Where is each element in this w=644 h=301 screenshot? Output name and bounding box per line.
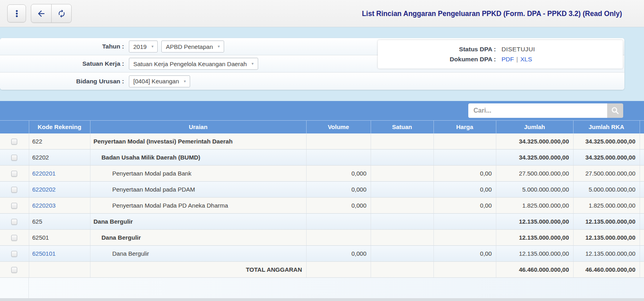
filler-cell xyxy=(640,230,644,246)
column-header-checkbox xyxy=(0,121,29,133)
checkbox-cell xyxy=(0,166,29,182)
volume-cell xyxy=(306,149,371,166)
search-input[interactable] xyxy=(468,103,607,118)
kode-rekening-cell: 62202 xyxy=(29,149,90,166)
page-title: List Rincian Anggaran Pengeluaran PPKD (… xyxy=(362,9,622,18)
filler-cell xyxy=(640,262,644,278)
jumlah-cell: 34.325.000.000,00 xyxy=(496,133,573,149)
bidang-urusan-select-value: [0404] Keuangan xyxy=(133,78,179,85)
row-checkbox[interactable] xyxy=(11,155,17,161)
back-button[interactable] xyxy=(31,4,51,22)
volume-cell: 0,000 xyxy=(306,182,371,198)
column-header-uraian: Uraian xyxy=(90,121,306,133)
harga-cell xyxy=(433,262,496,278)
column-header-filler xyxy=(640,121,644,133)
volume-cell xyxy=(306,262,371,278)
toolbar: List Rincian Anggaran Pengeluaran PPKD (… xyxy=(0,0,644,27)
table-row: 6220201Penyertaan Modal pada Bank0,0000,… xyxy=(0,166,644,182)
kode-rekening-link[interactable]: 6220202 xyxy=(32,186,56,193)
harga-cell xyxy=(433,133,496,149)
refresh-button[interactable] xyxy=(51,4,71,22)
kebab-menu-icon xyxy=(12,9,21,18)
row-checkbox[interactable] xyxy=(11,219,17,225)
satuan-kerja-select[interactable]: Satuan Kerja Pengelola Keuangan Daerah ▾ xyxy=(129,58,258,70)
jumlah-cell: 1.825.000.000,00 xyxy=(496,198,573,214)
satuan-cell xyxy=(371,133,433,149)
jumlah-rka-cell: 34.325.000.000,00 xyxy=(573,133,640,149)
filler-cell xyxy=(640,133,644,149)
kode-rekening-text: 62501 xyxy=(32,234,49,241)
row-checkbox[interactable] xyxy=(11,139,17,145)
column-header-jumlah: Jumlah xyxy=(496,121,573,133)
column-header-kode-rekening: Kode Rekening xyxy=(29,121,90,133)
table-footer-band xyxy=(0,278,644,298)
pdf-link[interactable]: PDF xyxy=(502,56,514,63)
status-card: Status DPA : DISETUJUI Dokumen DPA : PDF… xyxy=(378,40,623,69)
jumlah-cell: 5.000.000.000,00 xyxy=(496,182,573,198)
column-header-volume: Volume xyxy=(306,121,371,133)
jumlah-cell: 12.135.000.000,00 xyxy=(496,230,573,246)
column-header-harga: Harga xyxy=(433,121,496,133)
filter-row-bidang-urusan: Bidang Urusan : [0404] Keuangan ▾ xyxy=(0,73,624,90)
checkbox-cell xyxy=(0,230,29,246)
menu-button[interactable] xyxy=(7,4,26,22)
table-row: 62202Badan Usaha Milik Daerah (BUMD)34.3… xyxy=(0,149,644,166)
jumlah-rka-cell: 12.135.000.000,00 xyxy=(573,214,640,230)
uraian-cell: Penyertaan Modal pada PDAM xyxy=(90,182,306,198)
tahun-select[interactable]: 2019 ▾ xyxy=(129,40,158,53)
budget-table: Kode Rekening Uraian Volume Satuan Harga… xyxy=(0,120,644,278)
uraian-cell: Penyertaan Modal (Investasi) Pemerintah … xyxy=(90,133,306,149)
jumlah-cell: 12.135.000.000,00 xyxy=(496,246,573,262)
status-dpa-row: Status DPA : DISETUJUI xyxy=(378,46,623,53)
column-header-jumlah-rka: Jumlah RKA xyxy=(573,121,640,133)
satuan-cell xyxy=(371,198,433,214)
kode-rekening-cell: 6220201 xyxy=(29,166,90,182)
uraian-cell: Dana Bergulir xyxy=(90,214,306,230)
jumlah-rka-cell: 34.325.000.000,00 xyxy=(573,149,640,166)
bidang-urusan-select[interactable]: [0404] Keuangan ▾ xyxy=(129,75,190,87)
row-checkbox[interactable] xyxy=(11,235,17,241)
jumlah-rka-cell: 27.500.000.000,00 xyxy=(573,166,640,182)
chevron-down-icon: ▾ xyxy=(151,44,153,48)
bottom-strip xyxy=(0,298,644,301)
satuan-cell xyxy=(371,166,433,182)
periode-select[interactable]: APBD Penetapan ▾ xyxy=(161,40,224,53)
column-header-satuan: Satuan xyxy=(371,121,433,133)
kode-rekening-cell: 62501 xyxy=(29,230,90,246)
uraian-cell: Badan Usaha Milik Daerah (BUMD) xyxy=(90,149,306,166)
filter-section: Tahun : 2019 ▾ APBD Penetapan ▾ Satuan K… xyxy=(0,27,644,101)
volume-cell: 0,000 xyxy=(306,166,371,182)
uraian-cell: Dana Bergulir xyxy=(90,230,306,246)
search-button[interactable] xyxy=(607,103,623,118)
kode-rekening-cell: 625 xyxy=(29,214,90,230)
uraian-cell: TOTAL ANGGARAN xyxy=(90,262,306,278)
satuan-cell xyxy=(371,149,433,166)
xls-link[interactable]: XLS xyxy=(520,56,532,63)
checkbox-cell xyxy=(0,246,29,262)
kode-rekening-link[interactable]: 6220201 xyxy=(32,170,56,177)
kode-rekening-link[interactable]: 6220203 xyxy=(32,202,56,209)
jumlah-cell: 46.460.000.000,00 xyxy=(496,262,573,278)
dokumen-dpa-row: Dokumen DPA : PDF|XLS xyxy=(378,56,623,63)
row-checkbox[interactable] xyxy=(11,171,17,177)
row-checkbox[interactable] xyxy=(11,203,17,209)
back-arrow-icon xyxy=(36,9,46,18)
filler-cell xyxy=(640,246,644,262)
search-box xyxy=(468,103,623,118)
jumlah-rka-cell: 12.135.000.000,00 xyxy=(573,246,640,262)
filler-cell xyxy=(640,198,644,214)
row-checkbox[interactable] xyxy=(11,251,17,257)
volume-cell xyxy=(306,133,371,149)
volume-cell xyxy=(306,214,371,230)
row-checkbox[interactable] xyxy=(11,267,17,273)
table-row: 625Dana Bergulir12.135.000.000,0012.135.… xyxy=(0,214,644,230)
jumlah-cell: 12.135.000.000,00 xyxy=(496,214,573,230)
row-checkbox[interactable] xyxy=(11,187,17,193)
filler-cell xyxy=(640,182,644,198)
kode-rekening-link[interactable]: 6250101 xyxy=(32,250,56,257)
kode-rekening-cell xyxy=(29,262,90,278)
filler-cell xyxy=(640,149,644,166)
satuan-cell xyxy=(371,214,433,230)
harga-cell: 0,00 xyxy=(433,246,496,262)
status-dpa-label: Status DPA : xyxy=(378,46,496,53)
